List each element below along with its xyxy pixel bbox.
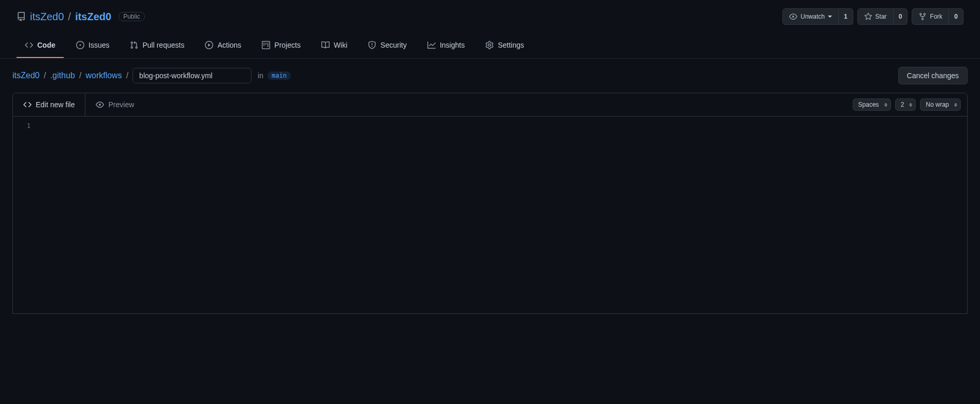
unwatch-button[interactable]: Unwatch	[782, 8, 839, 25]
indent-size-select[interactable]: 2	[895, 98, 916, 111]
tab-pulls[interactable]: Pull requests	[122, 33, 192, 58]
tab-issues-label: Issues	[88, 37, 109, 53]
separator: /	[68, 11, 71, 23]
repo-title: itsZed0 / itsZed0 Public	[17, 11, 145, 23]
star-label: Star	[875, 11, 887, 22]
tab-settings-label: Settings	[498, 37, 524, 53]
wrap-mode-value: No wrap	[926, 101, 949, 108]
tab-projects-label: Projects	[274, 37, 301, 53]
tab-issues[interactable]: Issues	[68, 33, 117, 58]
line-number: 1	[13, 121, 39, 131]
indent-mode-value: Spaces	[858, 101, 879, 108]
separator: /	[124, 71, 130, 80]
tab-wiki[interactable]: Wiki	[313, 33, 355, 58]
line-gutter: 1	[13, 117, 39, 313]
tab-preview-label: Preview	[108, 100, 134, 109]
star-button[interactable]: Star	[857, 8, 894, 25]
wrap-mode-select[interactable]: No wrap	[920, 98, 961, 111]
tab-insights[interactable]: Insights	[419, 33, 473, 58]
star-count[interactable]: 0	[894, 8, 908, 25]
tab-edit-label: Edit new file	[36, 100, 75, 109]
breadcrumb-root[interactable]: itsZed0	[12, 71, 39, 80]
fork-label: Fork	[930, 11, 942, 22]
tab-security-label: Security	[380, 37, 407, 53]
separator: /	[77, 71, 83, 80]
tab-actions[interactable]: Actions	[197, 33, 249, 58]
unwatch-label: Unwatch	[800, 11, 825, 22]
visibility-badge: Public	[118, 12, 145, 21]
tab-code-label: Code	[37, 37, 55, 53]
repo-owner-link[interactable]: itsZed0	[30, 11, 64, 23]
indent-mode-select[interactable]: Spaces	[853, 98, 891, 111]
fork-count[interactable]: 0	[949, 8, 963, 25]
repo-actions: Unwatch 1 Star 0 Fork 0	[782, 8, 963, 25]
select-arrows-icon	[884, 103, 887, 107]
breadcrumb-dir1[interactable]: .github	[50, 71, 75, 80]
tab-code[interactable]: Code	[17, 33, 64, 58]
branch-badge: main	[268, 71, 291, 80]
tab-wiki-label: Wiki	[334, 37, 347, 53]
cancel-changes-button[interactable]: Cancel changes	[898, 67, 968, 84]
tab-preview[interactable]: Preview	[85, 93, 144, 116]
tab-pulls-label: Pull requests	[142, 37, 184, 53]
select-arrows-icon	[954, 103, 957, 107]
tab-projects[interactable]: Projects	[254, 33, 309, 58]
tab-settings[interactable]: Settings	[477, 33, 532, 58]
tab-insights-label: Insights	[440, 37, 465, 53]
tab-security[interactable]: Security	[360, 33, 415, 58]
editor: Edit new file Preview Spaces 2 No wrap 1	[12, 93, 968, 314]
breadcrumb-dir2[interactable]: workflows	[85, 71, 122, 80]
tab-actions-label: Actions	[217, 37, 241, 53]
breadcrumb: itsZed0 / .github / workflows / in main	[12, 68, 291, 83]
watch-count[interactable]: 1	[839, 8, 853, 25]
repo-name-link[interactable]: itsZed0	[75, 11, 111, 23]
repo-nav: Code Issues Pull requests Actions Projec…	[0, 33, 980, 59]
in-label: in	[258, 71, 263, 80]
tab-edit-file[interactable]: Edit new file	[13, 93, 85, 116]
select-arrows-icon	[909, 103, 912, 107]
code-editor[interactable]	[39, 117, 967, 313]
caret-icon	[828, 16, 832, 18]
repo-icon	[17, 12, 26, 21]
indent-size-value: 2	[901, 101, 904, 108]
fork-button[interactable]: Fork	[912, 8, 949, 25]
separator: /	[41, 71, 48, 80]
filename-input[interactable]	[132, 68, 251, 83]
